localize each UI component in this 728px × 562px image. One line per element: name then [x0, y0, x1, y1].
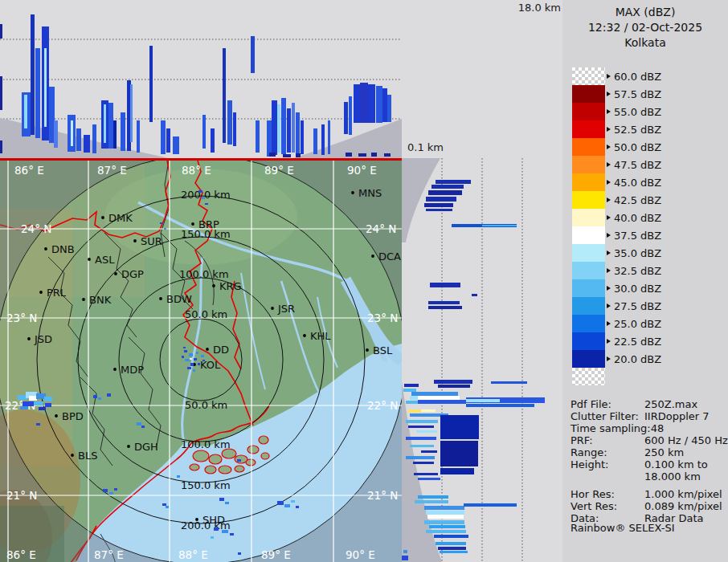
echo-bar: [418, 396, 460, 400]
legend-band: [572, 138, 605, 156]
echo-bar: [440, 551, 468, 553]
echo-bar: [166, 128, 170, 153]
echo-bar: [438, 385, 470, 388]
echo-bar: [411, 392, 458, 396]
legend-band: [572, 262, 605, 279]
latitude-label: 23° N: [6, 312, 37, 324]
info-row: PRF:600 Hz / 450 Hz: [571, 434, 728, 446]
echo-bar: [424, 203, 453, 207]
side-profile-echoes: [402, 180, 545, 560]
echo-bar: [438, 547, 466, 550]
map-echo: [141, 426, 145, 428]
city-marker: [101, 216, 104, 219]
legend-labels: 60.0 dBZ57.5 dBZ55.0 dBZ52.5 dBZ50.0 dBZ…: [607, 67, 661, 368]
legend-entry: 50.0 dBZ: [607, 138, 661, 156]
legend-color-bar: [572, 67, 605, 385]
echo-bar: [440, 415, 479, 439]
legend-tick-arrow-icon: [607, 162, 611, 167]
map-echo: [107, 393, 111, 397]
height-axis-max-label: 18.0 km: [514, 2, 561, 14]
map-echo: [162, 503, 166, 506]
legend-tick-arrow-icon: [607, 233, 611, 238]
echo-bar: [418, 400, 466, 404]
info-row: Hor Res:1.000 km/pixel: [571, 488, 728, 500]
map-echo: [202, 197, 205, 199]
info-label: Clutter Filter:: [571, 410, 644, 422]
legend-entry: 20.0 dBZ: [607, 350, 661, 368]
info-label: Vert Res:: [571, 500, 644, 512]
info-value: 250Z.max: [644, 398, 697, 410]
map-echo: [222, 530, 228, 533]
echo-bar: [426, 197, 456, 202]
city-label: DGP: [121, 268, 144, 280]
map-echo: [34, 401, 43, 405]
echo-bar: [130, 84, 133, 142]
legend-value-label: 40.0 dBZ: [614, 212, 661, 224]
legend-tick-arrow-icon: [607, 303, 611, 308]
longitude-label: 87° E: [97, 164, 127, 177]
city-marker: [113, 368, 117, 371]
map-echo: [219, 498, 224, 501]
range-ring-label: 100.0 km: [181, 438, 231, 450]
legend-entry: 47.5 dBZ: [607, 156, 661, 173]
echo-bar: [360, 83, 368, 123]
legend-band: [572, 297, 605, 315]
latitude-label: 23° N: [367, 312, 398, 324]
legend-entry: 40.0 dBZ: [607, 209, 661, 226]
echo-bar: [349, 96, 352, 135]
echo-bar: [71, 120, 73, 146]
echo-bar: [464, 503, 517, 507]
info-row: Pdf File:250Z.max: [571, 398, 728, 410]
legend-entry: 25.0 dBZ: [607, 315, 661, 332]
height-axis-min-label: 0.1 km: [407, 141, 444, 153]
legend-value-label: 37.5 dBZ: [614, 230, 661, 242]
legend-band: [572, 226, 605, 244]
echo-bar: [418, 495, 448, 499]
city-label: DD: [213, 344, 229, 356]
echo-bar: [92, 124, 96, 153]
echo-bar: [0, 76, 2, 110]
map-echo: [183, 347, 186, 348]
info-value: 1.000 km/pixel: [644, 488, 722, 500]
echo-bar: [301, 120, 304, 154]
info-row: Vert Res:0.089 km/pixel: [571, 500, 728, 512]
city-label: DMK: [108, 212, 133, 224]
echo-bar: [227, 100, 232, 145]
longitude-label: 88° E: [182, 164, 211, 177]
echo-bar: [421, 409, 436, 412]
echo-bar: [426, 209, 452, 211]
map-echo: [177, 475, 180, 478]
site-name: Kolkata: [562, 35, 728, 51]
legend-band: [572, 85, 605, 103]
city-label: JSR: [277, 303, 295, 315]
map-echo: [185, 359, 190, 361]
echo-bar: [440, 441, 478, 466]
map-echo: [196, 352, 198, 354]
info-row: 18.000 km: [571, 470, 728, 483]
echo-bar: [406, 437, 436, 440]
city-label: JSD: [34, 333, 52, 345]
info-row: Range:250 km: [571, 446, 728, 458]
map-echo: [193, 369, 195, 372]
legend-tick-arrow-icon: [607, 339, 611, 344]
side-projection-plot: [402, 158, 562, 562]
latitude-label: 21° N: [367, 489, 398, 502]
echo-bar: [223, 48, 226, 143]
legend-entry: 55.0 dBZ: [607, 103, 661, 120]
echo-bar: [466, 404, 534, 407]
echo-bar: [211, 128, 215, 153]
legend-tick-arrow-icon: [607, 356, 611, 361]
echo-bar: [418, 478, 440, 480]
city-label: SHD: [202, 514, 225, 526]
echo-bar: [313, 128, 317, 154]
map-echo: [238, 552, 241, 555]
city-marker: [366, 348, 369, 352]
echo-bar: [408, 426, 434, 428]
map-echo: [296, 506, 299, 508]
echo-bar: [436, 542, 466, 545]
city-label: KRG: [219, 280, 242, 292]
city-marker: [191, 222, 194, 226]
longitude-label: 87° E: [94, 548, 124, 561]
echo-bar: [371, 153, 377, 157]
map-echo: [45, 403, 51, 407]
